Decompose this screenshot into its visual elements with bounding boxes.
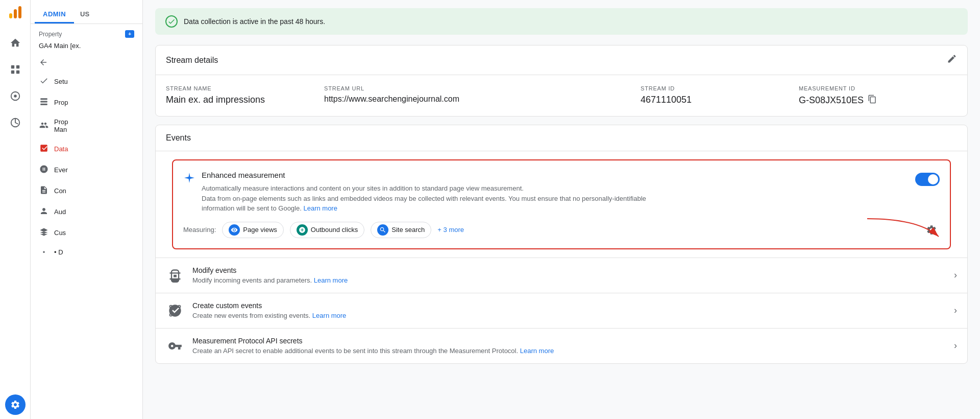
stream-name-value: Main ex. ad impressions bbox=[166, 95, 324, 105]
success-text: Data collection is active in the past 48… bbox=[184, 17, 325, 26]
enhanced-title: Enhanced measurement bbox=[202, 171, 661, 179]
left-panel: ADMIN US Property + GA4 Main [ex. Setu P… bbox=[31, 0, 143, 419]
sidebar-item-explore[interactable] bbox=[3, 84, 28, 108]
event-item-api-secrets[interactable]: Measurement Protocol API secrets Create … bbox=[156, 328, 967, 363]
enhanced-content: Enhanced measurement Automatically measu… bbox=[202, 171, 661, 214]
property-badge[interactable]: + bbox=[125, 30, 134, 38]
sidebar-bottom bbox=[5, 394, 26, 415]
measurement-id-label: MEASUREMENT ID bbox=[799, 85, 957, 91]
sidebar bbox=[0, 0, 31, 419]
event-item-custom[interactable]: Create custom events Create new events f… bbox=[156, 293, 967, 328]
api-secrets-title: Measurement Protocol API secrets bbox=[192, 337, 946, 345]
modify-events-chevron: › bbox=[954, 270, 957, 281]
enhanced-header: Enhanced measurement Automatically measu… bbox=[183, 171, 940, 214]
create-custom-events-icon bbox=[166, 301, 184, 320]
enhanced-toggle[interactable]: ✓ bbox=[915, 173, 940, 186]
page-views-icon bbox=[229, 224, 240, 236]
event-item-modify[interactable]: Modify events Modify incoming events and… bbox=[156, 258, 967, 293]
menu-label-prop: Prop bbox=[54, 99, 68, 106]
menu-item-prop[interactable]: Prop bbox=[31, 92, 142, 113]
create-custom-events-content: Create custom events Create new events f… bbox=[192, 301, 946, 319]
stream-details-grid: STREAM NAME Main ex. ad impressions STRE… bbox=[156, 75, 967, 116]
property-name: GA4 Main [ex. bbox=[31, 42, 142, 54]
property-section: Property + bbox=[31, 24, 142, 42]
svg-point-8 bbox=[14, 95, 17, 98]
events-header: Events bbox=[156, 125, 967, 151]
stream-id-field: STREAM ID 4671110051 bbox=[641, 85, 799, 106]
create-custom-events-learn-more[interactable]: Learn more bbox=[312, 312, 346, 319]
menu-item-cus[interactable]: Cus bbox=[31, 222, 142, 243]
stream-url-field: STREAM URL https://www.searchenginejourn… bbox=[324, 85, 641, 106]
sidebar-item-reports[interactable] bbox=[3, 57, 28, 82]
stream-url-label: STREAM URL bbox=[324, 85, 641, 91]
sidebar-item-home[interactable] bbox=[3, 31, 28, 55]
modify-events-content: Modify events Modify incoming events and… bbox=[192, 266, 946, 284]
chip-page-views-label: Page views bbox=[243, 226, 277, 234]
copy-icon[interactable] bbox=[868, 95, 877, 106]
svg-rect-1 bbox=[14, 9, 17, 18]
chip-outbound-clicks-label: Outbound clicks bbox=[311, 226, 358, 234]
setup-icon bbox=[39, 76, 49, 87]
stream-details-card: Stream details STREAM NAME Main ex. ad i… bbox=[155, 45, 968, 117]
menu-item-aud[interactable]: Aud bbox=[31, 201, 142, 222]
stream-id-value: 4671110051 bbox=[641, 95, 799, 105]
svg-rect-11 bbox=[40, 101, 47, 103]
tab-admin[interactable]: ADMIN bbox=[35, 6, 74, 24]
stream-name-label: STREAM NAME bbox=[166, 85, 324, 91]
menu-item-d[interactable]: • • D bbox=[31, 243, 142, 261]
measurement-id-value: G-S08JX510ES bbox=[799, 95, 864, 106]
aud-icon bbox=[39, 206, 49, 217]
svg-rect-0 bbox=[9, 13, 12, 18]
modify-events-learn-more[interactable]: Learn more bbox=[314, 276, 348, 284]
measuring-label: Measuring: bbox=[183, 226, 216, 234]
prop-icon bbox=[39, 97, 49, 108]
create-custom-events-title: Create custom events bbox=[192, 301, 946, 310]
stream-url-value: https://www.searchenginejournal.com bbox=[324, 95, 641, 104]
menu-label-prop-man: PropMan bbox=[54, 118, 68, 133]
settings-button[interactable] bbox=[5, 394, 26, 415]
ever-icon bbox=[39, 165, 49, 175]
prop-man-icon bbox=[39, 121, 49, 131]
tab-us[interactable]: US bbox=[74, 6, 95, 24]
menu-label-cus: Cus bbox=[54, 229, 66, 237]
menu-item-setup[interactable]: Setu bbox=[31, 71, 142, 92]
site-search-icon bbox=[377, 224, 388, 236]
app-logo bbox=[7, 4, 23, 22]
measurement-id-row: G-S08JX510ES bbox=[799, 95, 957, 106]
enhanced-settings-gear[interactable] bbox=[923, 222, 940, 238]
chip-site-search-label: Site search bbox=[391, 226, 425, 234]
menu-item-ever[interactable]: Ever bbox=[31, 159, 142, 180]
edit-icon[interactable] bbox=[947, 54, 957, 66]
menu-item-prop-man[interactable]: PropMan bbox=[31, 113, 142, 138]
more-link[interactable]: + 3 more bbox=[437, 226, 464, 234]
data-icon bbox=[39, 144, 49, 154]
menu-label-con: Con bbox=[54, 187, 66, 195]
svg-rect-5 bbox=[11, 71, 14, 74]
outbound-clicks-icon bbox=[297, 224, 308, 236]
sidebar-item-advertising[interactable] bbox=[3, 110, 28, 135]
modify-events-title: Modify events bbox=[192, 266, 946, 274]
modify-events-icon bbox=[166, 266, 184, 285]
stream-details-header: Stream details bbox=[156, 45, 967, 75]
menu-item-data[interactable]: Data bbox=[31, 138, 142, 159]
svg-rect-12 bbox=[40, 104, 47, 105]
enhanced-measurement-box: Enhanced measurement Automatically measu… bbox=[172, 159, 951, 249]
menu-label-aud: Aud bbox=[54, 208, 66, 216]
chip-outbound-clicks: Outbound clicks bbox=[290, 222, 365, 238]
cus-icon bbox=[39, 227, 49, 238]
success-banner: Data collection is active in the past 48… bbox=[155, 8, 968, 35]
enhanced-desc: Automatically measure interactions and c… bbox=[202, 183, 661, 214]
api-secrets-icon bbox=[166, 337, 184, 355]
back-button[interactable] bbox=[31, 54, 142, 71]
stream-details-title: Stream details bbox=[166, 56, 218, 65]
menu-item-con[interactable]: Con bbox=[31, 180, 142, 201]
menu-label-d: • D bbox=[54, 248, 63, 256]
enhanced-left: Enhanced measurement Automatically measu… bbox=[183, 171, 915, 214]
sparkle-icon bbox=[183, 172, 195, 187]
learn-more-enhanced[interactable]: Learn more bbox=[303, 204, 337, 212]
menu-label-data: Data bbox=[54, 145, 68, 153]
api-secrets-learn-more[interactable]: Learn more bbox=[520, 347, 554, 355]
measuring-row: Measuring: Page views bbox=[183, 222, 940, 238]
svg-rect-4 bbox=[16, 65, 19, 68]
con-icon bbox=[39, 185, 49, 196]
